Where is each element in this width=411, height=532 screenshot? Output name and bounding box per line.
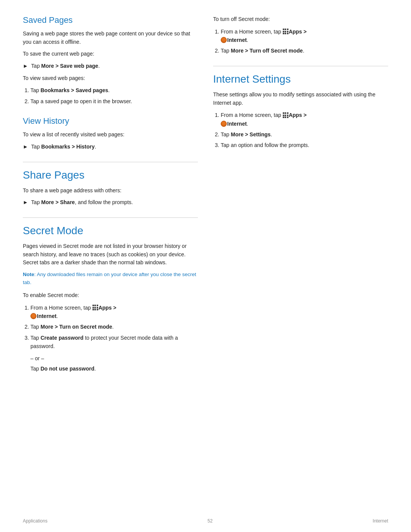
saved-pages-step-1: Tap Bookmarks > Saved pages.: [30, 86, 198, 94]
save-prompt: To save the current web page:: [23, 50, 198, 58]
apps-grid-icon: [92, 305, 98, 310]
apps-grid-icon-3: [283, 112, 288, 118]
page-footer: Applications 52 Internet: [0, 518, 411, 524]
enable-secret-prompt: To enable Secret mode:: [23, 291, 198, 300]
internet-settings-heading: Internet Settings: [213, 73, 388, 85]
share-pages-intro: To share a web page address with others:: [23, 187, 198, 195]
turn-off-prompt: To turn off Secret mode:: [213, 15, 388, 24]
footer-left: Applications: [23, 518, 48, 524]
share-pages-heading: Share Pages: [23, 169, 198, 181]
secret-mode-section: Secret Mode Pages viewed in Secret mode …: [23, 217, 198, 373]
secret-mode-intro: Pages viewed in Secret mode are not list…: [23, 242, 198, 267]
internet-settings-intro: These settings allow you to modify setti…: [213, 91, 388, 107]
page-container: Saved Pages Saving a web page stores the…: [0, 0, 411, 532]
internet-settings-section: Internet Settings These settings allow y…: [213, 66, 388, 150]
share-pages-section: Share Pages To share a web page address …: [23, 162, 198, 207]
history-bullet-text: Tap Bookmarks > History.: [31, 143, 96, 151]
save-bullet-item: ► Tap More > Save web page.: [23, 62, 198, 70]
internet-settings-steps: From a Home screen, tap Apps > Internet.…: [221, 111, 388, 150]
saved-pages-section: Saved Pages Saving a web page stores the…: [23, 15, 198, 105]
saved-pages-step-2: Tap a saved page to open it in the brows…: [30, 97, 198, 105]
two-column-layout: Saved Pages Saving a web page stores the…: [23, 15, 388, 509]
footer-right: Internet: [373, 518, 388, 524]
view-history-intro: To view a list of recently visited web p…: [23, 131, 198, 139]
view-saved-prompt: To view saved web pages:: [23, 74, 198, 83]
internet-app-icon-3: [221, 121, 227, 127]
save-bullet-text: Tap More > Save web page.: [31, 62, 100, 70]
settings-step-1: From a Home screen, tap Apps > Internet.: [221, 111, 388, 128]
enable-step-2: Tap More > Turn on Secret mode.: [30, 323, 198, 331]
or-block: – or – Tap Do not use password.: [30, 355, 198, 373]
settings-step-2: Tap More > Settings.: [221, 130, 388, 139]
history-bullet-item: ► Tap Bookmarks > History.: [23, 143, 198, 151]
share-bullet-item: ► Tap More > Share, and follow the promp…: [23, 198, 198, 207]
turn-off-step-1: From a Home screen, tap Apps > Internet.: [221, 27, 388, 45]
settings-step-3: Tap an option and follow the prompts.: [221, 141, 388, 149]
secret-mode-note: Note: Any downloaded files remain on you…: [23, 271, 198, 287]
do-not-use-text: Tap Do not use password.: [30, 365, 198, 373]
view-history-heading: View History: [23, 116, 198, 126]
turn-off-steps: From a Home screen, tap Apps > Internet.…: [221, 27, 388, 55]
bullet-arrow-icon-3: ►: [23, 198, 28, 207]
turn-off-section: To turn off Secret mode: From a Home scr…: [213, 15, 388, 55]
view-history-section: View History To view a list of recently …: [23, 116, 198, 151]
right-column: To turn off Secret mode: From a Home scr…: [213, 15, 388, 509]
share-bullet-text: Tap More > Share, and follow the prompts…: [31, 198, 133, 207]
saved-pages-intro: Saving a web page stores the web page co…: [23, 30, 198, 46]
or-line: – or –: [30, 355, 198, 363]
apps-grid-icon-2: [283, 29, 288, 34]
enable-step-3: Tap Create password to protect your Secr…: [30, 334, 198, 351]
turn-off-step-2: Tap More > Turn off Secret mode.: [221, 46, 388, 55]
enable-secret-steps: From a Home screen, tap Apps > Internet.…: [30, 304, 198, 351]
secret-mode-heading: Secret Mode: [23, 225, 198, 237]
bullet-arrow-icon-2: ►: [23, 143, 28, 151]
bullet-arrow-icon: ►: [23, 62, 28, 70]
enable-step-1: From a Home screen, tap Apps > Internet.: [30, 304, 198, 321]
saved-pages-heading: Saved Pages: [23, 15, 198, 25]
left-column: Saved Pages Saving a web page stores the…: [23, 15, 198, 509]
internet-app-icon-2: [221, 37, 227, 43]
footer-center: 52: [207, 518, 212, 524]
internet-app-icon: [30, 313, 37, 319]
saved-pages-steps: Tap Bookmarks > Saved pages. Tap a saved…: [30, 86, 198, 105]
